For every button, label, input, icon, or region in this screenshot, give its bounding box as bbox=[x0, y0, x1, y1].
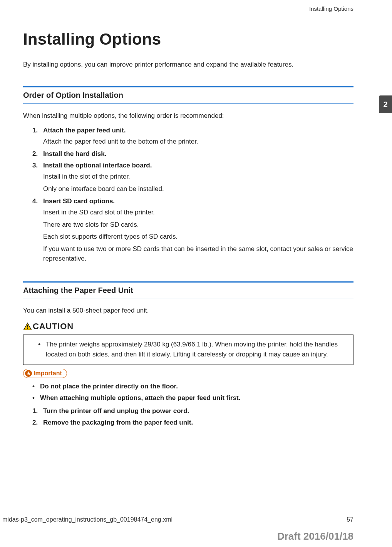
list-heading: Remove the packaging from the paper feed… bbox=[43, 419, 193, 426]
section-rule bbox=[23, 298, 353, 299]
page-title: Installing Options bbox=[23, 30, 353, 49]
list-subtext: There are two slots for SD cards. bbox=[43, 220, 353, 230]
list-heading: Turn the printer off and unplug the powe… bbox=[43, 407, 189, 415]
important-item: Do not place the printer directly on the… bbox=[32, 383, 353, 390]
draft-stamp: Draft 2016/01/18 bbox=[277, 530, 353, 542]
svg-rect-2 bbox=[27, 328, 28, 329]
list-number: 2. bbox=[32, 419, 43, 427]
list-heading: Insert SD card options. bbox=[43, 197, 115, 205]
footer-file: midas-p3_com_operating_instructions_gb_0… bbox=[2, 516, 173, 523]
list-number: 4. bbox=[32, 197, 43, 205]
list-subtext: Each slot supports different types of SD… bbox=[43, 232, 353, 242]
section2-lead: You can install a 500-sheet paper feed u… bbox=[23, 307, 353, 314]
steps-list: 1.Turn the printer off and unplug the po… bbox=[23, 407, 353, 427]
list-number: 1. bbox=[32, 127, 43, 134]
section-heading-order: Order of Option Installation bbox=[23, 91, 353, 100]
star-icon: ★ bbox=[25, 370, 32, 377]
list-number: 3. bbox=[32, 162, 43, 169]
important-item: When attaching multiple options, attach … bbox=[32, 394, 353, 402]
caution-header: CAUTION bbox=[23, 321, 353, 331]
important-pill: ★ Important bbox=[23, 369, 67, 378]
list-heading: Attach the paper feed unit. bbox=[43, 127, 126, 134]
list-heading: Install the hard disk. bbox=[43, 150, 106, 157]
section-rule bbox=[23, 103, 353, 104]
list-item: 3.Install the optional interface board. … bbox=[32, 162, 353, 194]
page-content: Installing Options By installing options… bbox=[0, 0, 392, 427]
list-subtext: If you want to use two or more SD cards … bbox=[43, 244, 353, 264]
caution-box: The printer weighs approximately 29/30 k… bbox=[23, 335, 353, 365]
list-item: 1.Turn the printer off and unplug the po… bbox=[32, 407, 353, 415]
list-subtext: Only one interface board can be installe… bbox=[43, 184, 353, 194]
list-subtext: Attach the paper feed unit to the bottom… bbox=[43, 137, 353, 147]
svg-rect-1 bbox=[27, 325, 28, 327]
important-list: Do not place the printer directly on the… bbox=[23, 383, 353, 402]
important-header: ★ Important bbox=[23, 369, 353, 378]
caution-label: CAUTION bbox=[33, 321, 74, 331]
chapter-tab: 2 bbox=[379, 95, 392, 113]
list-item: 2.Install the hard disk. bbox=[32, 150, 353, 158]
list-item: 2.Remove the packaging from the paper fe… bbox=[32, 419, 353, 427]
important-label: Important bbox=[34, 370, 62, 377]
order-list: 1.Attach the paper feed unit. Attach the… bbox=[23, 127, 353, 264]
list-heading: Install the optional interface board. bbox=[43, 162, 152, 169]
list-number: 2. bbox=[32, 150, 43, 158]
list-subtext: Install in the slot of the printer. bbox=[43, 172, 353, 182]
list-subtext: Insert in the SD card slot of the printe… bbox=[43, 207, 353, 217]
list-item: 1.Attach the paper feed unit. Attach the… bbox=[32, 127, 353, 147]
section-heading-paper-feed: Attaching the Paper Feed Unit bbox=[23, 286, 353, 295]
document-page: Installing Options 2 Installing Options … bbox=[0, 0, 392, 547]
list-item: 4.Insert SD card options. Insert in the … bbox=[32, 197, 353, 264]
page-footer: midas-p3_com_operating_instructions_gb_0… bbox=[0, 516, 392, 523]
list-number: 1. bbox=[32, 407, 43, 415]
section-rule bbox=[23, 86, 353, 87]
section1-lead: When installing multiple options, the fo… bbox=[23, 112, 353, 120]
section-rule bbox=[23, 281, 353, 283]
footer-page-number: 57 bbox=[347, 516, 353, 523]
running-head: Installing Options bbox=[309, 5, 353, 12]
warning-triangle-icon bbox=[23, 323, 32, 330]
caution-item: The printer weighs approximately 29/30 k… bbox=[38, 340, 345, 360]
intro-paragraph: By installing options, you can improve p… bbox=[23, 61, 353, 69]
